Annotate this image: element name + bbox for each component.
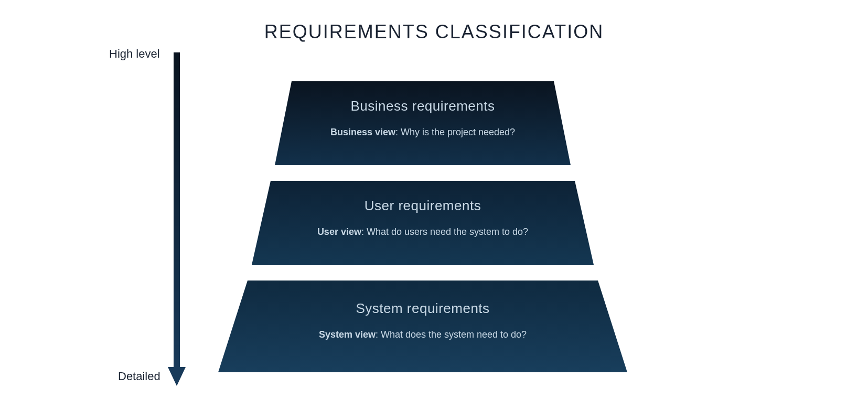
- svg-marker-1: [252, 181, 594, 265]
- diagram-title: REQUIREMENTS CLASSIFICATION: [0, 21, 868, 43]
- axis-label-high-level: High level: [109, 47, 160, 61]
- svg-marker-0: [275, 81, 571, 165]
- pyramid-diagram: Business requirements Business view: Why…: [208, 81, 638, 375]
- arrow-head-icon: [168, 367, 186, 386]
- svg-marker-2: [218, 281, 627, 372]
- axis-label-detailed: Detailed: [118, 370, 160, 383]
- vertical-arrow: [170, 52, 184, 388]
- arrow-shaft-icon: [174, 52, 180, 372]
